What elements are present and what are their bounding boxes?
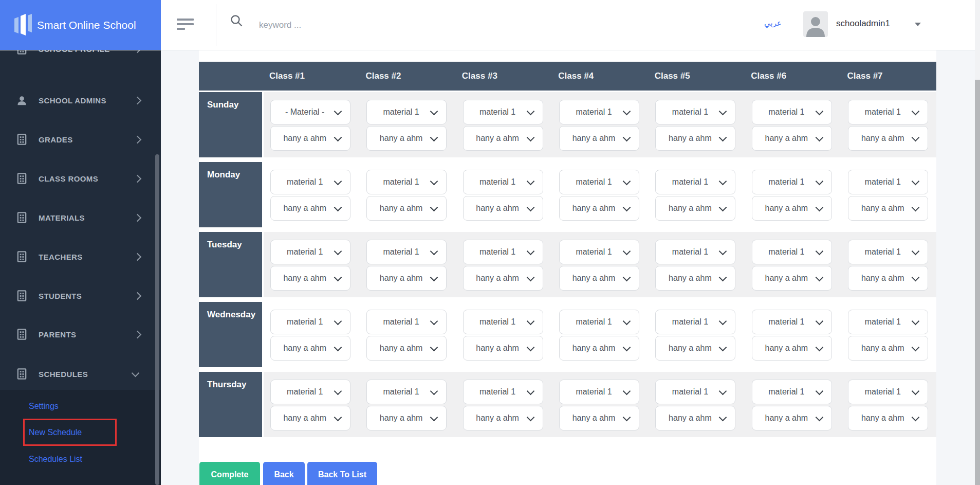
chevron-down-icon	[912, 107, 920, 115]
complete-button[interactable]: Complete	[199, 462, 260, 485]
sidebar-subitem-schedules-list[interactable]: Schedules List	[29, 453, 82, 465]
material-select-sunday-class3[interactable]: material 1	[463, 100, 543, 124]
teacher-select-tuesday-class5[interactable]: hany a ahm	[655, 266, 735, 291]
material-select-tuesday-class2[interactable]: material 1	[366, 240, 447, 264]
back-to-list-button[interactable]: Back To List	[307, 462, 377, 485]
teacher-select-monday-class6[interactable]: hany a ahm	[752, 196, 832, 221]
language-switch-link[interactable]: عربي	[764, 19, 782, 28]
material-select-monday-class4[interactable]: material 1	[559, 170, 639, 194]
teacher-select-thursday-class4[interactable]: hany a ahm	[559, 406, 639, 430]
material-select-wednesday-class2[interactable]: material 1	[366, 310, 447, 334]
teacher-select-sunday-class3[interactable]: hany a ahm	[463, 126, 543, 151]
material-select-monday-class1[interactable]: material 1	[270, 170, 350, 194]
sidebar-item-grades[interactable]: GRADES	[0, 132, 161, 147]
material-select-tuesday-class1[interactable]: material 1	[270, 240, 350, 264]
teacher-select-sunday-class5[interactable]: hany a ahm	[655, 126, 735, 151]
material-select-monday-class6[interactable]: material 1	[752, 170, 832, 194]
teacher-select-sunday-class2[interactable]: hany a ahm	[366, 126, 447, 151]
material-select-sunday-class1[interactable]: - Material -	[270, 100, 350, 124]
material-select-wednesday-class5[interactable]: material 1	[655, 310, 735, 334]
material-select-thursday-class3[interactable]: material 1	[463, 380, 543, 404]
material-select-tuesday-class6[interactable]: material 1	[752, 240, 832, 264]
teacher-select-sunday-class6[interactable]: hany a ahm	[752, 126, 832, 151]
material-select-wednesday-class4[interactable]: material 1	[559, 310, 639, 334]
material-select-sunday-class7[interactable]: material 1	[848, 100, 928, 124]
select-value: material 1	[464, 177, 528, 187]
brand-block[interactable]: Smart Online School	[0, 0, 161, 50]
material-select-thursday-class1[interactable]: material 1	[270, 380, 350, 404]
teacher-select-monday-class2[interactable]: hany a ahm	[366, 196, 447, 221]
material-select-wednesday-class6[interactable]: material 1	[752, 310, 832, 334]
material-select-sunday-class5[interactable]: material 1	[655, 100, 735, 124]
select-value: material 1	[752, 317, 817, 327]
menu-toggle-button[interactable]	[177, 19, 194, 31]
material-select-wednesday-class3[interactable]: material 1	[463, 310, 543, 334]
material-select-wednesday-class1[interactable]: material 1	[270, 310, 350, 334]
teacher-select-thursday-class2[interactable]: hany a ahm	[366, 406, 447, 430]
sidebar-subitem-settings[interactable]: Settings	[29, 400, 59, 412]
material-select-sunday-class4[interactable]: material 1	[559, 100, 639, 124]
teacher-select-sunday-class7[interactable]: hany a ahm	[848, 126, 928, 151]
teacher-select-thursday-class1[interactable]: hany a ahm	[270, 406, 350, 430]
teacher-select-sunday-class4[interactable]: hany a ahm	[559, 126, 639, 151]
teacher-select-wednesday-class5[interactable]: hany a ahm	[655, 336, 735, 361]
material-select-thursday-class7[interactable]: material 1	[848, 380, 928, 404]
material-select-tuesday-class3[interactable]: material 1	[463, 240, 543, 264]
material-select-sunday-class2[interactable]: material 1	[366, 100, 447, 124]
material-select-thursday-class4[interactable]: material 1	[559, 380, 639, 404]
back-button[interactable]: Back	[263, 462, 305, 485]
material-select-monday-class5[interactable]: material 1	[655, 170, 735, 194]
teacher-select-monday-class5[interactable]: hany a ahm	[655, 196, 735, 221]
teacher-select-thursday-class3[interactable]: hany a ahm	[463, 406, 543, 430]
material-select-monday-class3[interactable]: material 1	[463, 170, 543, 194]
material-select-thursday-class6[interactable]: material 1	[752, 380, 832, 404]
teacher-select-tuesday-class3[interactable]: hany a ahm	[463, 266, 543, 291]
material-select-tuesday-class7[interactable]: material 1	[848, 240, 928, 264]
sidebar-item-parents[interactable]: PARENTS	[0, 327, 161, 342]
page-scrollbar-thumb[interactable]	[975, 80, 980, 485]
teacher-select-tuesday-class7[interactable]: hany a ahm	[848, 266, 928, 291]
sidebar-item-materials[interactable]: MATERIALS	[0, 210, 161, 225]
teacher-select-wednesday-class7[interactable]: hany a ahm	[848, 336, 928, 361]
material-select-sunday-class6[interactable]: material 1	[752, 100, 832, 124]
material-select-thursday-class2[interactable]: material 1	[366, 380, 447, 404]
user-menu-caret-icon[interactable]	[915, 23, 921, 26]
sidebar-item-teachers[interactable]: TEACHERS	[0, 249, 161, 264]
chevron-down-icon	[623, 387, 631, 395]
teacher-select-wednesday-class6[interactable]: hany a ahm	[752, 336, 832, 361]
sidebar-item-class-rooms[interactable]: CLASS ROOMS	[0, 171, 161, 186]
search-input[interactable]	[258, 13, 548, 38]
chevron-down-icon	[334, 177, 342, 185]
teacher-select-monday-class4[interactable]: hany a ahm	[559, 196, 639, 221]
user-avatar[interactable]	[803, 11, 828, 37]
teacher-select-tuesday-class4[interactable]: hany a ahm	[559, 266, 639, 291]
teacher-select-wednesday-class1[interactable]: hany a ahm	[270, 336, 350, 361]
material-select-wednesday-class7[interactable]: material 1	[848, 310, 928, 334]
material-select-thursday-class5[interactable]: material 1	[655, 380, 735, 404]
username-label[interactable]: schooladmin1	[836, 19, 890, 29]
material-select-tuesday-class4[interactable]: material 1	[559, 240, 639, 264]
sidebar-item-schedules[interactable]: SCHEDULES	[0, 366, 161, 382]
sidebar-scrollbar-thumb[interactable]	[155, 154, 159, 485]
teacher-select-sunday-class1[interactable]: hany a ahm	[270, 126, 350, 151]
teacher-select-wednesday-class2[interactable]: hany a ahm	[366, 336, 447, 361]
teacher-select-thursday-class5[interactable]: hany a ahm	[655, 406, 735, 430]
teacher-select-monday-class1[interactable]: hany a ahm	[270, 196, 350, 221]
teacher-select-thursday-class7[interactable]: hany a ahm	[848, 406, 928, 430]
page-scrollbar[interactable]	[975, 0, 980, 485]
material-select-monday-class7[interactable]: material 1	[848, 170, 928, 194]
material-select-monday-class2[interactable]: material 1	[366, 170, 447, 194]
sidebar-item-students[interactable]: STUDENTS	[0, 288, 161, 303]
teacher-select-tuesday-class1[interactable]: hany a ahm	[270, 266, 350, 291]
teacher-select-thursday-class6[interactable]: hany a ahm	[752, 406, 832, 430]
select-value: hany a ahm	[656, 274, 720, 283]
teacher-select-monday-class3[interactable]: hany a ahm	[463, 196, 543, 221]
material-select-tuesday-class5[interactable]: material 1	[655, 240, 735, 264]
teacher-select-tuesday-class6[interactable]: hany a ahm	[752, 266, 832, 291]
teacher-select-wednesday-class4[interactable]: hany a ahm	[559, 336, 639, 361]
select-value: hany a ahm	[560, 414, 624, 423]
teacher-select-tuesday-class2[interactable]: hany a ahm	[366, 266, 447, 291]
teacher-select-monday-class7[interactable]: hany a ahm	[848, 196, 928, 221]
teacher-select-wednesday-class3[interactable]: hany a ahm	[463, 336, 543, 361]
sidebar-item-school-admins[interactable]: SCHOOL ADMINS	[0, 93, 161, 108]
